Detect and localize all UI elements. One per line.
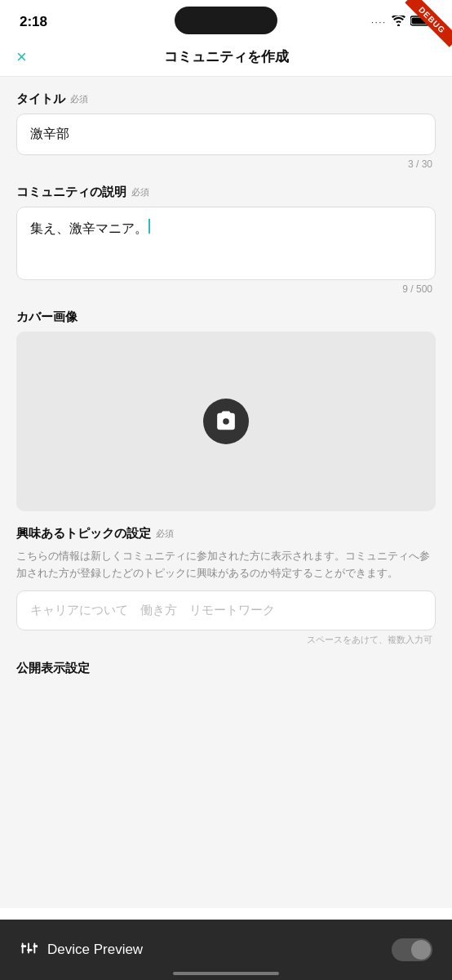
cover-label: カバー画像	[16, 310, 436, 325]
svg-rect-8	[33, 945, 38, 947]
camera-icon	[215, 411, 237, 432]
svg-rect-4	[21, 945, 26, 947]
description-input[interactable]: 集え、激辛マニア。	[16, 207, 436, 280]
topics-description: こちらの情報は新しくコミュニティに参加された方に表示されます。コミュニティへ参加…	[16, 548, 436, 582]
debug-label: DEBUG	[405, 0, 452, 47]
toggle-knob	[411, 940, 431, 960]
dynamic-island	[175, 7, 277, 34]
cover-image-section: カバー画像	[0, 295, 452, 511]
public-setting-section: 公開表示設定	[0, 646, 452, 694]
status-time: 2:18	[20, 14, 47, 30]
home-indicator	[173, 972, 279, 975]
public-setting-label: 公開表示設定	[16, 661, 436, 676]
signal-dots-icon: ····	[371, 18, 387, 27]
bottom-left: Device Preview	[20, 939, 143, 960]
camera-button[interactable]	[203, 399, 249, 444]
cover-image-area[interactable]	[16, 332, 436, 511]
title-required-badge: 必須	[70, 93, 88, 105]
debug-banner: DEBUG	[400, 0, 452, 52]
device-preview-toggle[interactable]	[392, 938, 432, 961]
description-char-count: 9 / 500	[16, 280, 436, 295]
sliders-icon	[20, 939, 38, 960]
topics-section: 興味あるトピックの設定 必須 こちらの情報は新しくコミュニティに参加された方に表…	[0, 511, 452, 646]
device-preview-label: Device Preview	[47, 942, 143, 958]
svg-rect-3	[22, 943, 24, 954]
title-label: タイトル 必須	[16, 91, 436, 107]
topics-hint: スペースをあけて、複数入力可	[16, 630, 436, 646]
page-title: コミュニティを作成	[164, 47, 289, 66]
description-section: コミュニティの説明 必須 集え、激辛マニア。 9 / 500	[0, 170, 452, 295]
title-section: タイトル 必須 激辛部 3 / 30	[0, 77, 452, 170]
bottom-bar: Device Preview	[0, 920, 452, 980]
status-bar: 2:18 ····	[0, 0, 452, 41]
topics-required-badge: 必須	[156, 528, 174, 540]
svg-rect-5	[28, 943, 29, 954]
title-char-count: 3 / 30	[16, 155, 436, 170]
svg-rect-7	[33, 943, 35, 954]
topics-input[interactable]: キャリアについて 働き方 リモートワーク	[16, 590, 436, 630]
main-content: タイトル 必須 激辛部 3 / 30 コミュニティの説明 必須 集え、激辛マニア…	[0, 77, 452, 908]
description-label: コミュニティの説明 必須	[16, 185, 436, 200]
nav-bar: × コミュニティを作成	[0, 41, 452, 77]
topics-label: 興味あるトピックの設定 必須	[16, 526, 436, 541]
title-input[interactable]: 激辛部	[16, 114, 436, 155]
svg-rect-6	[27, 949, 32, 951]
description-required-badge: 必須	[131, 186, 149, 198]
close-button[interactable]: ×	[16, 47, 27, 68]
text-cursor	[148, 219, 150, 234]
